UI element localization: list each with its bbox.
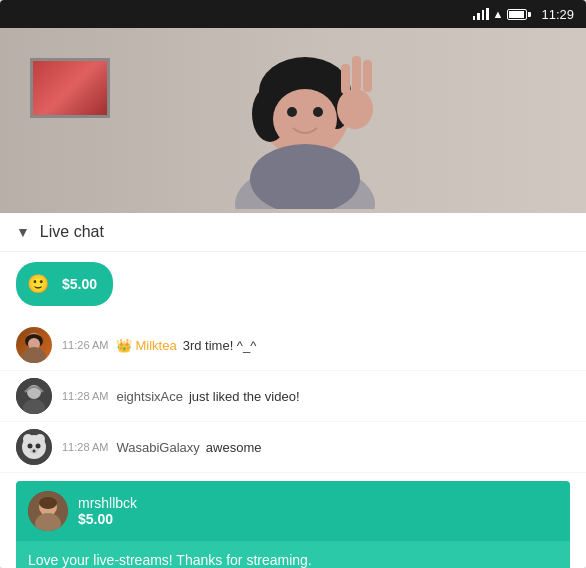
- chat-section: ▼ Live chat 🙂 $5.00: [0, 213, 586, 568]
- card-user-info: mrshllbck $5.00: [78, 495, 137, 527]
- live-chat-title: Live chat: [40, 223, 104, 241]
- chat-username: WasabiGalaxy: [116, 440, 199, 455]
- svg-point-6: [273, 89, 337, 149]
- svg-point-26: [36, 444, 41, 449]
- svg-point-17: [22, 347, 46, 363]
- bubble-avatar-icon: 🙂: [22, 268, 54, 300]
- svg-point-7: [287, 107, 297, 117]
- table-row: 11:26 AM 👑 Milktea 3rd time! ^_^: [0, 320, 586, 371]
- svg-rect-13: [363, 60, 372, 92]
- phone-frame: ▲ 11:29: [0, 0, 586, 568]
- chat-message-text: 3rd time! ^_^: [183, 338, 257, 353]
- avatar: [28, 491, 68, 531]
- svg-point-23: [23, 434, 33, 444]
- super-chat-card[interactable]: mrshllbck $5.00 Love your live-streams! …: [16, 481, 570, 568]
- svg-point-9: [250, 144, 360, 209]
- signal-icon: [473, 8, 489, 20]
- svg-point-8: [313, 107, 323, 117]
- chat-content: 11:28 AM eightsixAce just liked the vide…: [62, 389, 570, 404]
- super-chat-card-header: mrshllbck $5.00: [16, 481, 570, 541]
- svg-point-25: [28, 444, 33, 449]
- super-chat-bubble[interactable]: 🙂 $5.00: [16, 262, 113, 306]
- avatar: [16, 327, 52, 363]
- chevron-down-icon[interactable]: ▼: [16, 224, 30, 240]
- svg-point-32: [39, 497, 57, 509]
- video-bg: [0, 28, 586, 213]
- card-username: mrshllbck: [78, 495, 137, 511]
- chat-timestamp: 11:28 AM: [62, 390, 108, 402]
- chat-message-text: awesome: [206, 440, 262, 455]
- chat-content: 11:26 AM 👑 Milktea 3rd time! ^_^: [62, 338, 570, 353]
- card-amount: $5.00: [78, 511, 137, 527]
- avatar: [16, 378, 52, 414]
- card-message: Love your live-streams! Thanks for strea…: [28, 552, 312, 568]
- svg-point-24: [35, 434, 45, 444]
- video-player[interactable]: [0, 28, 586, 213]
- table-row: 11:28 AM WasabiGalaxy awesome: [0, 422, 586, 473]
- svg-point-10: [337, 89, 373, 129]
- svg-rect-12: [352, 56, 361, 91]
- super-chat-card-body: Love your live-streams! Thanks for strea…: [16, 541, 570, 568]
- picture-frame: [30, 58, 110, 118]
- chat-username: eightsixAce: [116, 389, 182, 404]
- status-icons: ▲ 11:29: [473, 7, 574, 22]
- chat-username: Milktea: [135, 338, 176, 353]
- chat-messages-list: 11:26 AM 👑 Milktea 3rd time! ^_^: [0, 316, 586, 568]
- chat-message-text: just liked the video!: [189, 389, 300, 404]
- crown-icon: 👑: [116, 338, 132, 353]
- svg-rect-11: [341, 64, 350, 94]
- chat-timestamp: 11:26 AM: [62, 339, 108, 351]
- bubble-amount: $5.00: [62, 276, 97, 292]
- table-row: 11:28 AM eightsixAce just liked the vide…: [0, 371, 586, 422]
- chat-content: 11:28 AM WasabiGalaxy awesome: [62, 440, 570, 455]
- status-bar: ▲ 11:29: [0, 0, 586, 28]
- avatar: [16, 429, 52, 465]
- network-icon: ▲: [493, 8, 504, 20]
- svg-point-28: [33, 450, 36, 453]
- person-figure: [185, 28, 425, 213]
- status-time: 11:29: [541, 7, 574, 22]
- bubble-avatar: 🙂: [22, 268, 54, 300]
- chat-timestamp: 11:28 AM: [62, 441, 108, 453]
- battery-icon: [507, 9, 531, 20]
- live-chat-header[interactable]: ▼ Live chat: [0, 213, 586, 252]
